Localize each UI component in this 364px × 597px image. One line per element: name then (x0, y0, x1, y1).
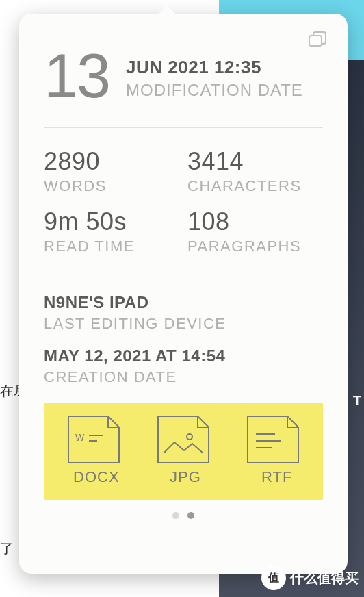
export-row: W DOCX JPG RTF (44, 403, 323, 500)
divider (44, 127, 323, 128)
watermark: 值 什么值得买 (261, 566, 359, 590)
modification-date-label: MODIFICATION DATE (126, 81, 303, 100)
watermark-text: 什么值得买 (290, 569, 359, 587)
stat-words: 2890 WORDS (44, 147, 179, 195)
stat-label: CHARACTERS (187, 177, 323, 195)
stat-label: READ TIME (44, 238, 179, 255)
export-rtf-button[interactable]: RTF (242, 414, 304, 489)
modification-datetime: JUN 2021 12:35 (126, 57, 303, 78)
creation-date: MAY 12, 2021 AT 14:54 CREATION DATE (44, 340, 323, 393)
svg-rect-0 (309, 36, 322, 46)
divider (44, 275, 323, 275)
page-indicator[interactable] (44, 512, 323, 519)
page-dot-2[interactable] (187, 512, 194, 519)
svg-text:RTF: RTF (261, 468, 292, 485)
bg-right-text-t: T (353, 393, 361, 409)
info-popover: 13 JUN 2021 12:35 MODIFICATION DATE 2890… (19, 14, 348, 574)
stat-read-time: 9m 50s READ TIME (44, 207, 179, 255)
svg-text:DOCX: DOCX (73, 468, 120, 485)
stats-grid: 2890 WORDS 3414 CHARACTERS 9m 50s READ T… (44, 132, 323, 270)
stat-label: WORDS (44, 177, 179, 195)
device-label: LAST EDITING DEVICE (44, 315, 323, 333)
modification-date-header: 13 JUN 2021 12:35 MODIFICATION DATE (44, 34, 323, 123)
last-editing-device: N9NE'S IPAD LAST EDITING DEVICE (44, 279, 323, 340)
stat-value: 3414 (187, 147, 323, 176)
export-jpg-button[interactable]: JPG (153, 414, 214, 489)
creation-label: CREATION DATE (44, 368, 323, 386)
stat-value: 108 (187, 207, 323, 236)
stat-characters: 3414 CHARACTERS (187, 147, 323, 195)
expand-icon[interactable] (308, 31, 327, 48)
creation-datetime: MAY 12, 2021 AT 14:54 (44, 346, 323, 366)
export-docx-button[interactable]: W DOCX (63, 414, 125, 489)
day-number: 13 (44, 45, 109, 107)
stat-paragraphs: 108 PARAGRAPHS (187, 207, 323, 255)
page-dot-1[interactable] (172, 512, 179, 519)
svg-point-5 (187, 434, 192, 440)
svg-text:W: W (75, 432, 85, 443)
stat-value: 9m 50s (44, 207, 179, 236)
jpg-file-icon: JPG (153, 414, 214, 489)
rtf-file-icon: RTF (242, 414, 304, 489)
svg-text:JPG: JPG (170, 468, 201, 485)
stat-label: PARAGRAPHS (187, 238, 323, 255)
stat-value: 2890 (44, 147, 179, 176)
docx-file-icon: W DOCX (63, 414, 125, 489)
watermark-icon: 值 (261, 566, 286, 590)
device-name: N9NE'S IPAD (44, 293, 323, 312)
